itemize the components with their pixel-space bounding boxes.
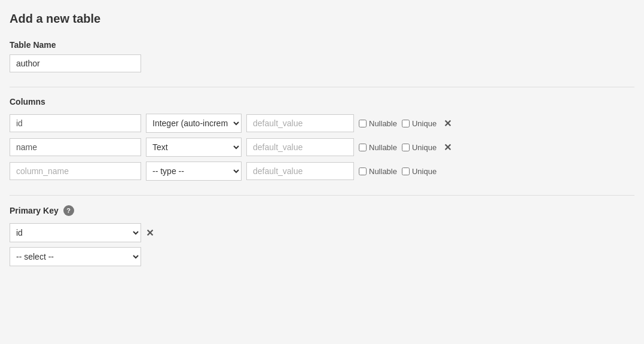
column-row: Text Integer (auto-increment) Integer Fl… — [10, 138, 634, 157]
primary-key-header: Primary Key ? — [10, 205, 634, 216]
table-name-label: Table Name — [10, 40, 634, 50]
unique-group: Unique — [402, 119, 437, 128]
table-name-input[interactable] — [10, 54, 141, 72]
column-type-select[interactable]: Text Integer (auto-increment) Integer Fl… — [146, 138, 242, 157]
column-default-input[interactable] — [246, 162, 354, 180]
page-container: Add a new table Table Name Columns Integ… — [0, 0, 644, 344]
column-default-input[interactable] — [246, 114, 354, 132]
nullable-checkbox[interactable] — [359, 168, 367, 175]
column-default-input[interactable] — [246, 138, 354, 156]
columns-section: Columns Integer (auto-increment) Text In… — [10, 97, 634, 181]
help-icon[interactable]: ? — [63, 205, 74, 216]
column-name-input[interactable] — [10, 138, 141, 156]
unique-label: Unique — [412, 119, 437, 128]
column-row: Integer (auto-increment) Text Integer Fl… — [10, 114, 634, 133]
column-name-input[interactable] — [10, 114, 141, 132]
unique-group: Unique — [402, 143, 437, 152]
column-name-input[interactable] — [10, 162, 141, 180]
delete-column-icon[interactable]: ✕ — [444, 142, 451, 153]
nullable-group: Nullable — [359, 119, 397, 128]
nullable-label: Nullable — [369, 119, 397, 128]
section-divider-1 — [10, 87, 634, 87]
nullable-checkbox[interactable] — [359, 120, 367, 127]
unique-checkbox[interactable] — [402, 144, 410, 151]
table-name-section: Table Name — [10, 40, 634, 72]
nullable-label: Nullable — [369, 143, 397, 152]
pk-row: -- select -- id name — [10, 247, 634, 266]
nullable-group: Nullable — [359, 143, 397, 152]
pk-row: id name -- select -- ✕ — [10, 223, 634, 242]
nullable-checkbox[interactable] — [359, 144, 367, 151]
unique-label: Unique — [412, 167, 437, 176]
page-title: Add a new table — [10, 12, 634, 26]
pk-delete-icon[interactable]: ✕ — [146, 227, 154, 239]
primary-key-section: Primary Key ? id name -- select -- ✕ -- … — [10, 205, 634, 266]
column-type-select[interactable]: -- type -- Integer (auto-increment) Text… — [146, 162, 242, 181]
primary-key-label: Primary Key — [10, 206, 59, 215]
nullable-group: Nullable — [359, 167, 397, 176]
unique-group: Unique — [402, 167, 437, 176]
section-divider-2 — [10, 195, 634, 196]
nullable-label: Nullable — [369, 167, 397, 176]
delete-column-icon[interactable]: ✕ — [444, 118, 451, 129]
column-row: -- type -- Integer (auto-increment) Text… — [10, 162, 634, 181]
pk-select[interactable]: -- select -- id name — [10, 247, 141, 266]
unique-label: Unique — [412, 143, 437, 152]
unique-checkbox[interactable] — [402, 120, 410, 127]
column-type-select[interactable]: Integer (auto-increment) Text Integer Fl… — [146, 114, 242, 133]
columns-label: Columns — [10, 97, 634, 106]
pk-select[interactable]: id name -- select -- — [10, 223, 141, 242]
unique-checkbox[interactable] — [402, 168, 410, 175]
